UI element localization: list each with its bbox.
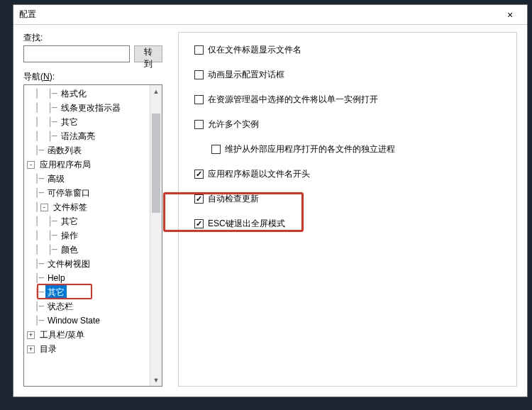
option-label: 自动检查更新 bbox=[208, 193, 259, 205]
tree-item[interactable]: │-文件标签 bbox=[24, 200, 150, 214]
tree-item-label: 状态栏 bbox=[45, 299, 75, 314]
options-panel: 仅在文件标题显示文件名动画显示配置对话框在资源管理器中选择的文件将以单一实例打开… bbox=[178, 32, 517, 387]
scroll-down-icon[interactable]: ▼ bbox=[150, 374, 162, 386]
expand-icon[interactable]: + bbox=[27, 331, 35, 339]
search-input[interactable] bbox=[23, 45, 130, 62]
option-row: 应用程序标题以文件名开头 bbox=[194, 168, 501, 180]
find-row: 查找: 转到 bbox=[23, 32, 162, 62]
tree-item-label: 文件标签 bbox=[51, 200, 89, 214]
option-row: 在资源管理器中选择的文件将以单一实例打开 bbox=[194, 94, 501, 106]
option-row: 动画显示配置对话框 bbox=[194, 69, 501, 81]
tree-item-label: 其它 bbox=[59, 214, 80, 228]
option-row: 自动检查更新 bbox=[194, 193, 501, 205]
collapse-icon[interactable]: - bbox=[40, 204, 48, 211]
option-label: 动画显示配置对话框 bbox=[208, 69, 284, 81]
tree-item[interactable]: │ │─格式化 bbox=[24, 87, 150, 101]
option-label: ESC键退出全屏模式 bbox=[208, 218, 285, 230]
tree-item-label: 工具栏/菜单 bbox=[38, 328, 87, 342]
option-label: 在资源管理器中选择的文件将以单一实例打开 bbox=[208, 94, 378, 106]
find-label: 查找: bbox=[23, 32, 130, 44]
checkbox[interactable] bbox=[194, 45, 204, 55]
tree-item-label: 应用程序布局 bbox=[38, 157, 93, 172]
scrollbar[interactable]: ▲ ▼ bbox=[150, 85, 162, 386]
goto-button[interactable]: 转到 bbox=[134, 45, 162, 62]
tree-item[interactable]: │ │─线条更改指示器 bbox=[24, 101, 150, 115]
tree-item[interactable]: │ │─操作 bbox=[24, 228, 150, 243]
tree-item[interactable]: │ │─其它 bbox=[24, 115, 150, 129]
option-label: 应用程序标题以文件名开头 bbox=[208, 168, 310, 180]
tree-item[interactable]: -应用程序布局 bbox=[24, 157, 150, 172]
checkbox[interactable] bbox=[194, 70, 204, 79]
tree-item[interactable]: │─其它 bbox=[24, 285, 150, 299]
checkbox[interactable] bbox=[211, 145, 221, 154]
tree-item-label: 函数列表 bbox=[45, 143, 84, 157]
scroll-up-icon[interactable]: ▲ bbox=[150, 85, 162, 97]
close-icon[interactable]: × bbox=[499, 6, 521, 23]
tree-item-label: 语法高亮 bbox=[59, 129, 97, 143]
option-row: 允许多个实例 bbox=[194, 118, 501, 131]
tree-item[interactable]: +工具栏/菜单 bbox=[24, 328, 150, 342]
tree-item-label: 其它 bbox=[59, 115, 80, 129]
left-panel: 查找: 转到 导航(N): │ │─格式化 │ │─线条更改指示器 │ │─其它… bbox=[23, 32, 162, 387]
tree-item-label: 线条更改指示器 bbox=[59, 101, 123, 115]
checkbox[interactable] bbox=[194, 194, 204, 204]
tree-view: │ │─格式化 │ │─线条更改指示器 │ │─其它 │ │─语法高亮 │─函数… bbox=[23, 84, 162, 387]
tree-item-label: 其它 bbox=[45, 285, 67, 299]
checkbox[interactable] bbox=[194, 95, 204, 104]
scroll-thumb[interactable] bbox=[152, 113, 160, 213]
option-label: 允许多个实例 bbox=[208, 118, 259, 131]
tree-item[interactable]: │─文件树视图 bbox=[24, 257, 150, 271]
tree-item-label: 颜色 bbox=[59, 243, 80, 257]
expand-icon[interactable]: + bbox=[27, 345, 35, 353]
nav-label: 导航(N): bbox=[23, 71, 162, 83]
tree-item-label: 高级 bbox=[45, 172, 67, 186]
tree-item[interactable]: │─状态栏 bbox=[24, 299, 150, 314]
checkbox[interactable] bbox=[194, 219, 204, 228]
tree-item-label: 目录 bbox=[38, 342, 59, 356]
titlebar: 配置 × bbox=[13, 5, 527, 25]
option-row: ESC键退出全屏模式 bbox=[194, 218, 501, 230]
option-row: 仅在文件标题显示文件名 bbox=[194, 44, 501, 56]
option-label: 仅在文件标题显示文件名 bbox=[208, 44, 301, 56]
tree-item[interactable]: │─Window State bbox=[24, 314, 150, 328]
tree-item-label: Window State bbox=[45, 314, 102, 328]
checkbox[interactable] bbox=[194, 170, 204, 179]
tree-item-label: 操作 bbox=[59, 228, 80, 243]
dialog-body: 查找: 转到 导航(N): │ │─格式化 │ │─线条更改指示器 │ │─其它… bbox=[13, 25, 527, 397]
tree-item-label: 可停靠窗口 bbox=[45, 186, 92, 200]
tree-item[interactable]: +目录 bbox=[24, 342, 150, 356]
collapse-icon[interactable]: - bbox=[27, 161, 35, 169]
tree-item[interactable]: │─高级 bbox=[24, 172, 150, 186]
tree-item[interactable]: │─可停靠窗口 bbox=[24, 186, 150, 200]
tree-item[interactable]: │─Help bbox=[24, 271, 150, 285]
tree-item[interactable]: │ │─语法高亮 bbox=[24, 129, 150, 143]
tree-item[interactable]: │ │─颜色 bbox=[24, 243, 150, 257]
config-dialog: 配置 × 查找: 转到 导航(N): │ │─格式化 │ │─线条更改指示器 │… bbox=[13, 4, 528, 397]
tree-item-label: 文件树视图 bbox=[45, 257, 92, 271]
dialog-title: 配置 bbox=[19, 9, 499, 21]
option-label: 维护从外部应用程序打开的各文件的独立进程 bbox=[225, 143, 395, 155]
tree-item[interactable]: │ │─其它 bbox=[24, 214, 150, 228]
checkbox[interactable] bbox=[194, 120, 204, 129]
tree-item[interactable]: │─函数列表 bbox=[24, 143, 150, 157]
tree-item-label: 格式化 bbox=[59, 87, 89, 101]
option-row: 维护从外部应用程序打开的各文件的独立进程 bbox=[211, 143, 501, 155]
tree-item-label: Help bbox=[45, 271, 67, 285]
